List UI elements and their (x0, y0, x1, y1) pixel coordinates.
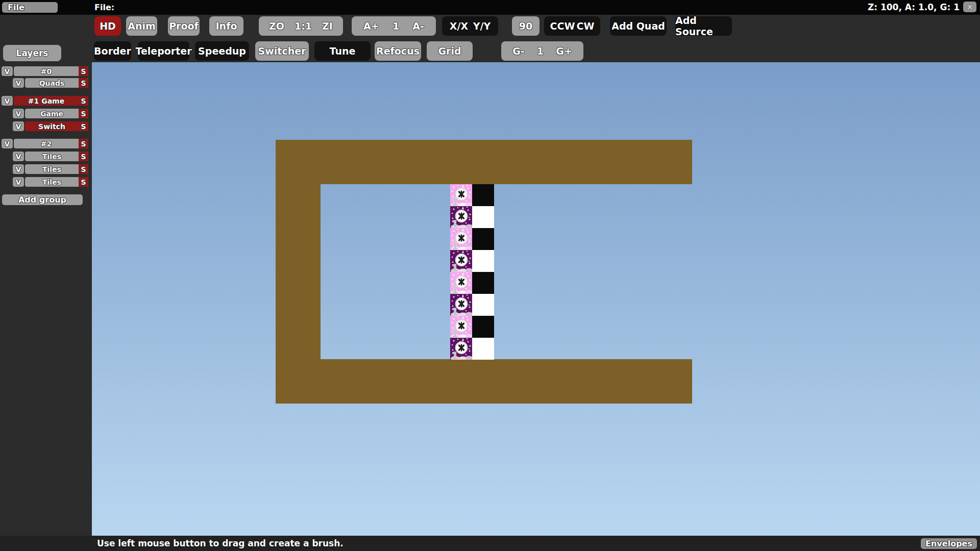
ground-tiles-top (276, 140, 692, 184)
save-toggle[interactable]: S (79, 66, 88, 76)
grid-size-controls: G- 1 G+ (501, 41, 583, 61)
game-tile-cell (472, 250, 494, 272)
layer-item[interactable]: Quads S (25, 78, 88, 88)
layer-row-quads: V Quads S (13, 78, 88, 88)
topbar-status-area: Z: 100, A: 1.0, G: 1 ✕ (868, 2, 976, 12)
grid-increase-button[interactable]: G+ (556, 45, 572, 57)
zoom-reset-button[interactable]: 1:1 (295, 20, 312, 32)
layer-row-tiles-3: V Tiles S (13, 177, 88, 187)
group-row-1-game: V #1 Game S (2, 96, 88, 106)
game-tile-cell (472, 206, 494, 228)
info-toggle-button[interactable]: Info (209, 16, 243, 36)
flip-y-button[interactable]: Y/Y (473, 20, 491, 32)
rotate-cw-button[interactable]: CW (577, 20, 595, 32)
zoom-out-button[interactable]: ZO (269, 20, 284, 32)
status-bar: Use left mouse button to drag and create… (0, 536, 980, 551)
anim-speed-value: 1 (393, 20, 399, 32)
layer-row-tiles-2: V Tiles S (13, 164, 88, 174)
visibility-toggle[interactable]: V (13, 121, 24, 131)
save-toggle[interactable]: S (79, 96, 88, 106)
save-toggle[interactable]: S (79, 177, 88, 187)
teleporter-button[interactable]: Teleporter (138, 41, 189, 61)
switch-tile: 1 (450, 184, 472, 206)
ground-tiles-bottom (276, 359, 692, 404)
flip-x-button[interactable]: X/X (450, 20, 468, 32)
layer-item[interactable]: Switch S (25, 121, 88, 131)
switch-tile: 1 (450, 316, 472, 338)
tune-button[interactable]: Tune (314, 41, 371, 61)
layer-item[interactable]: Tiles S (25, 177, 88, 187)
layer-item[interactable]: Tiles S (25, 152, 88, 161)
layer-row-tiles-1: V Tiles S (13, 152, 88, 161)
menu-bar: File File: Z: 100, A: 1.0, G: 1 ✕ (0, 0, 980, 15)
layer-item[interactable]: Tiles S (25, 164, 88, 174)
grid-button[interactable]: Grid (427, 41, 473, 61)
anim-toggle-button[interactable]: Anim (126, 16, 157, 36)
speedup-button[interactable]: Speedup (195, 41, 249, 61)
close-icon[interactable]: ✕ (963, 2, 976, 12)
visibility-toggle[interactable]: V (13, 109, 24, 118)
visibility-toggle[interactable]: V (2, 96, 13, 106)
switch-tile: 1 (450, 294, 472, 316)
switch-tile-column: 1 1 (450, 184, 472, 360)
status-hint: Use left mouse button to drag and create… (97, 538, 344, 548)
switcher-button[interactable]: Switcher (255, 41, 309, 61)
zoom-controls: ZO 1:1 ZI (259, 16, 343, 36)
svg-text:1: 1 (452, 306, 458, 316)
anim-speed-controls: A+ 1 A- (352, 16, 436, 36)
rotate-controls: CCW CW (544, 16, 600, 36)
border-button[interactable]: Border (94, 41, 131, 61)
visibility-toggle[interactable]: V (2, 66, 13, 76)
envelopes-button[interactable]: Envelopes (921, 538, 977, 549)
save-toggle[interactable]: S (79, 164, 88, 174)
visibility-toggle[interactable]: V (13, 177, 24, 187)
visibility-toggle[interactable]: V (2, 139, 13, 148)
svg-text:1: 1 (452, 196, 458, 207)
hd-toggle-button[interactable]: HD (94, 16, 121, 36)
save-toggle[interactable]: S (79, 152, 88, 161)
game-tile-cell (472, 316, 494, 338)
flip-controls: X/X Y/Y (442, 16, 498, 36)
switch-tile: 1 (450, 250, 472, 272)
map-canvas[interactable]: 1 1 (92, 62, 980, 536)
grid-size-value: 1 (537, 45, 544, 57)
refocus-button[interactable]: Refocus (375, 41, 421, 61)
game-tile-cell (472, 228, 494, 250)
layers-panel-title: Layers (3, 45, 61, 61)
switch-tile: 1 (450, 206, 472, 228)
group-row-2: V #2 S (2, 139, 88, 148)
switch-tile: 1 (450, 338, 472, 360)
anim-slower-button[interactable]: A- (412, 20, 424, 32)
game-tile-cell (472, 338, 494, 360)
svg-text:1: 1 (452, 240, 458, 251)
game-tile-cell (472, 294, 494, 316)
svg-text:1: 1 (452, 328, 458, 338)
add-source-button[interactable]: Add Source (675, 16, 732, 36)
save-toggle[interactable]: S (79, 109, 88, 118)
save-toggle[interactable]: S (79, 139, 88, 148)
visibility-toggle[interactable]: V (13, 152, 24, 161)
grid-decrease-button[interactable]: G- (512, 45, 524, 57)
layer-item[interactable]: Game S (25, 109, 88, 118)
switch-tile: 1 (450, 272, 472, 294)
save-toggle[interactable]: S (79, 78, 88, 88)
svg-text:1: 1 (452, 284, 458, 294)
file-path-label: File: (94, 3, 114, 12)
group-item[interactable]: #2 S (14, 139, 88, 148)
visibility-toggle[interactable]: V (13, 78, 24, 88)
zoom-in-button[interactable]: ZI (322, 20, 333, 32)
game-tile-cell (472, 184, 494, 206)
file-menu-button[interactable]: File (2, 2, 58, 13)
anim-faster-button[interactable]: A+ (363, 20, 379, 32)
group-item[interactable]: #0 S (14, 66, 88, 76)
save-toggle[interactable]: S (79, 121, 88, 131)
rotate-ccw-button[interactable]: CCW (550, 20, 575, 32)
svg-text:1: 1 (452, 262, 458, 272)
group-item[interactable]: #1 Game S (14, 96, 88, 106)
rotate-amount-button[interactable]: 90 (512, 16, 540, 36)
proof-toggle-button[interactable]: Proof (168, 16, 200, 36)
layer-row-switch: V Switch S (13, 121, 88, 131)
add-group-button[interactable]: Add group (2, 194, 83, 205)
visibility-toggle[interactable]: V (13, 164, 24, 174)
add-quad-button[interactable]: Add Quad (610, 16, 667, 36)
